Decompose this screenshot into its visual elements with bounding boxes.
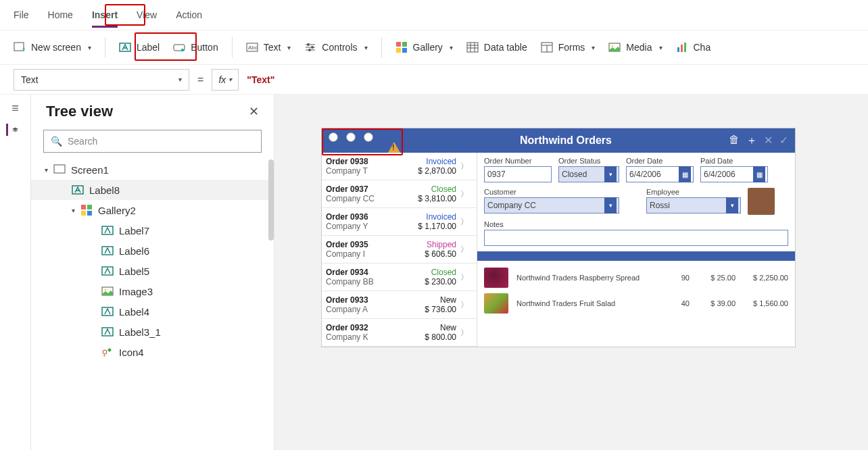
text-icon: Abc (246, 41, 258, 53)
forms-button[interactable]: Forms▾ (541, 41, 596, 53)
layers-icon[interactable] (6, 124, 18, 136)
tree-view-panel: Tree view ✕ 🔍 Search ▾Screen1 Label8 ▾Ga… (31, 95, 274, 450)
order-status-label: Order Status (558, 157, 619, 165)
order-company: Company CC (326, 194, 414, 203)
label-button[interactable]: Label (119, 41, 160, 53)
chevron-down-icon: ▾ (228, 76, 232, 83)
data-table-button[interactable]: Data table (466, 41, 527, 53)
menu-view[interactable]: View (137, 9, 157, 20)
controls-button[interactable]: Controls▾ (304, 41, 367, 53)
order-row[interactable]: Order 0938Invoiced〉Company T$ 2,870.00 (322, 153, 477, 180)
order-company: Company T (326, 166, 414, 176)
svg-rect-12 (396, 48, 401, 53)
chevron-right-icon: 〉 (460, 272, 471, 283)
chevron-right-icon: 〉 (460, 299, 471, 311)
tree-item-label4[interactable]: Label4 (31, 301, 274, 322)
chevron-down-icon: ▾ (726, 197, 738, 214)
order-number: Order 0934 (326, 268, 420, 277)
tree-item-screen1[interactable]: ▾Screen1 (31, 159, 274, 180)
order-number-field[interactable]: 0937 (484, 166, 552, 182)
label-icon (101, 265, 114, 277)
notes-field[interactable] (484, 230, 788, 246)
tree-item-icon4[interactable]: +Icon4 (31, 342, 274, 362)
scrollbar[interactable] (268, 159, 274, 241)
order-list[interactable]: Order 0938Invoiced〉Company T$ 2,870.00Or… (322, 153, 477, 347)
order-amount: $ 3,810.00 (418, 194, 456, 203)
panel-title: Tree view (46, 103, 113, 120)
chart-button[interactable]: Cha (676, 41, 711, 53)
chevron-right-icon: 〉 (460, 189, 471, 200)
cancel-icon[interactable]: ✕ (764, 134, 773, 148)
order-amount: $ 606.50 (425, 249, 456, 259)
order-row[interactable]: Order 0935Shipped〉Company I$ 606.50 (322, 236, 477, 264)
svg-rect-26 (87, 211, 92, 216)
check-icon[interactable]: ✓ (779, 134, 788, 148)
tree: ▾Screen1 Label8 ▾Gallery2 Label7 Label6 … (31, 159, 274, 450)
order-status: Invoiced (418, 157, 456, 166)
order-row[interactable]: Order 0936Invoiced〉Company Y$ 1,170.00 (322, 208, 477, 236)
order-row[interactable]: Order 0937Closed〉Company CC$ 3,810.00 (322, 180, 477, 208)
line-qty: 40 (662, 299, 690, 307)
canvas[interactable]: Northwind Orders 🗑 ＋ ✕ ✓ Order 0938Invoi… (274, 95, 868, 450)
formula-value[interactable]: "Text" (247, 74, 274, 85)
order-amount: $ 1,170.00 (418, 222, 456, 231)
app-title: Northwind Orders (403, 134, 729, 147)
label-icon (101, 224, 114, 236)
order-number: Order 0932 (326, 323, 420, 332)
employee-dropdown[interactable]: Rossi▾ (646, 197, 741, 214)
tree-item-label3-1[interactable]: Label3_1 (31, 322, 274, 342)
search-input[interactable]: 🔍 Search (43, 130, 262, 153)
order-date-field[interactable]: 6/4/2006▦ (626, 166, 694, 182)
svg-text:+: + (103, 353, 106, 358)
fx-button[interactable]: fx▾ (212, 69, 239, 91)
order-row[interactable]: Order 0934Closed〉Company BB$ 230.00 (322, 264, 477, 291)
media-button[interactable]: Media▾ (608, 41, 662, 53)
order-number: Order 0937 (326, 184, 414, 194)
chevron-down-icon: ▾ (88, 44, 91, 51)
order-row[interactable]: Order 0933New〉Company A$ 736.00 (322, 291, 477, 319)
menu-file[interactable]: File (14, 9, 29, 20)
order-detail: Order Number0937 Order StatusClosed▾ Ord… (477, 153, 795, 347)
button-button[interactable]: Button (173, 41, 218, 53)
selection-handles[interactable] (329, 132, 373, 142)
tree-item-gallery2[interactable]: ▾Gallery2 (31, 200, 274, 220)
line-item[interactable]: Northwind Traders Fruit Salad40$ 39.00$ … (484, 291, 788, 316)
tree-item-label6[interactable]: Label6 (31, 241, 274, 261)
customer-dropdown[interactable]: Company CC▾ (484, 197, 619, 214)
menu-home[interactable]: Home (48, 9, 73, 20)
menu-insert[interactable]: Insert (92, 9, 118, 28)
order-number: Order 0933 (326, 295, 420, 305)
property-selector[interactable]: Text▾ (14, 69, 189, 91)
svg-rect-20 (684, 43, 686, 52)
order-amount: $ 230.00 (425, 277, 456, 286)
svg-rect-21 (54, 165, 65, 173)
hamburger-icon[interactable]: ≡ (11, 101, 19, 116)
menu-action[interactable]: Action (176, 9, 202, 20)
gallery-button[interactable]: Gallery▾ (395, 41, 453, 53)
new-screen-button[interactable]: + New screen▾ (14, 41, 91, 53)
chevron-down-icon: ▾ (592, 44, 595, 51)
paid-date-field[interactable]: 6/4/2006▦ (700, 166, 768, 182)
order-status: New (425, 295, 456, 305)
order-amount: $ 800.00 (425, 332, 456, 342)
order-company: Company K (326, 332, 420, 342)
line-item[interactable]: Northwind Traders Raspberry Spread90$ 25… (484, 265, 788, 291)
plus-icon[interactable]: ＋ (746, 134, 757, 148)
order-status-dropdown[interactable]: Closed▾ (558, 166, 619, 182)
tree-item-image3[interactable]: Image3 (31, 281, 274, 301)
order-number: Order 0938 (326, 157, 414, 166)
trash-icon[interactable]: 🗑 (729, 134, 740, 148)
order-status: Shipped (425, 240, 456, 249)
order-amount: $ 736.00 (425, 305, 456, 314)
data-table-icon (466, 41, 479, 53)
tree-item-label5[interactable]: Label5 (31, 261, 274, 281)
order-row[interactable]: Order 0932New〉Company K$ 800.00 (322, 319, 477, 347)
svg-point-31 (105, 289, 107, 291)
screen-icon (53, 164, 66, 176)
close-icon[interactable]: ✕ (249, 104, 259, 119)
svg-rect-25 (81, 211, 86, 216)
text-button[interactable]: Abc Text▾ (246, 41, 291, 53)
tree-item-label7[interactable]: Label7 (31, 220, 274, 241)
chevron-down-icon: ▾ (604, 197, 617, 214)
tree-item-label8[interactable]: Label8 (31, 180, 274, 200)
